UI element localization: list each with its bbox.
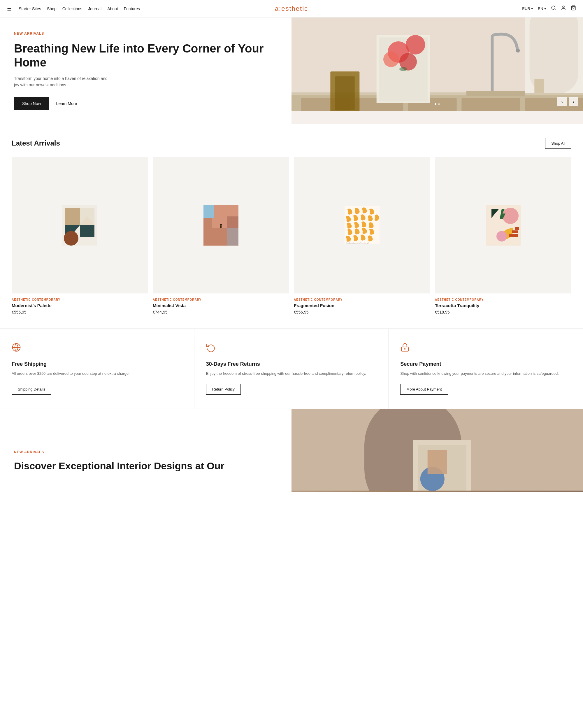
shop-all-button[interactable]: Shop All	[545, 138, 571, 149]
svg-point-57	[405, 348, 406, 349]
next-slide-button[interactable]: ›	[569, 97, 578, 106]
hero-title: Breathing New Life into Every Corner of …	[14, 42, 278, 70]
nav-link-about[interactable]: About	[107, 6, 118, 11]
account-icon[interactable]	[561, 5, 566, 12]
learn-more-link[interactable]: Learn More	[56, 101, 77, 106]
svg-point-23	[406, 35, 425, 55]
product-price-1: €556,95	[12, 310, 148, 314]
shop-now-button[interactable]: Shop Now	[14, 97, 49, 110]
nav-left: ☰ Starter Sites Shop Collections Journal…	[7, 5, 140, 12]
lock-icon	[400, 343, 571, 354]
hero-left: NEW ARRIVALS Breathing New Life into Eve…	[0, 18, 292, 124]
nav-links: Starter Sites Shop Collections Journal A…	[19, 6, 140, 11]
feature-payment-title: Secure Payment	[400, 361, 571, 367]
product-tag-2: AESTHETIC CONTEMPORARY	[153, 298, 289, 301]
nav-link-starter-sites[interactable]: Starter Sites	[19, 6, 41, 11]
search-icon[interactable]	[551, 5, 556, 12]
nav-link-features[interactable]: Features	[124, 6, 140, 11]
svg-rect-29	[534, 79, 544, 93]
svg-rect-51	[512, 230, 518, 233]
svg-rect-19	[466, 91, 525, 96]
section-header: Latest Arrivals Shop All	[12, 138, 571, 149]
hero-desc: Transform your home into a haven of rela…	[14, 75, 113, 88]
dot-2[interactable]	[438, 103, 440, 105]
product-card-3[interactable]: the abstract comfort of your being :) AE…	[294, 157, 430, 314]
svg-rect-31	[65, 208, 80, 225]
svg-point-0	[552, 6, 555, 9]
nav-right: EUR ▾ EN ▾	[522, 5, 576, 12]
currency-selector[interactable]: EUR ▾	[522, 6, 533, 11]
svg-point-18	[516, 49, 520, 52]
latest-arrivals-section: Latest Arrivals Shop All	[0, 124, 583, 329]
more-payment-button[interactable]: More About Payment	[400, 384, 448, 395]
product-name-3: Fragmented Fusion	[294, 303, 430, 308]
product-card-2[interactable]: AESTHETIC CONTEMPORARY Minimalist Vista …	[153, 157, 289, 314]
product-name-1: Modernist's Palette	[12, 303, 148, 308]
product-name-2: Minimalist Vista	[153, 303, 289, 308]
prev-slide-button[interactable]: ‹	[557, 97, 567, 106]
product-price-4: €518,95	[435, 310, 571, 314]
cart-icon[interactable]	[571, 5, 576, 12]
hero2-right	[292, 409, 583, 492]
hero2-tag: NEW ARRIVALS	[14, 450, 278, 454]
svg-rect-52	[515, 227, 519, 230]
hero-tag: NEW ARRIVALS	[14, 31, 278, 35]
svg-rect-40	[203, 205, 214, 218]
products-grid: AESTHETIC CONTEMPORARY Modernist's Palet…	[12, 157, 571, 314]
svg-point-41	[220, 224, 222, 226]
svg-rect-42	[220, 226, 222, 228]
hero-actions: Shop Now Learn More	[14, 97, 278, 110]
hero-arrows: ‹ ›	[557, 97, 578, 106]
feature-shipping-desc: All orders over $250 are delivered to yo…	[12, 371, 183, 377]
svg-rect-63	[427, 450, 447, 474]
hero-dots	[435, 103, 440, 105]
dot-1[interactable]	[435, 103, 436, 105]
hero2-section: NEW ARRIVALS Discover Exceptional Interi…	[0, 409, 583, 492]
svg-rect-50	[509, 234, 518, 237]
hero-right: ‹ ›	[292, 18, 583, 124]
product-image-4	[435, 157, 571, 293]
feature-returns-desc: Enjoy the freedom of stress-free shoppin…	[206, 371, 377, 377]
product-tag-4: AESTHETIC CONTEMPORARY	[435, 298, 571, 301]
feature-payment: Secure Payment Shop with confidence know…	[389, 329, 583, 409]
return-policy-button[interactable]: Return Policy	[206, 384, 241, 395]
feature-shipping: Free Shipping All orders over $250 are d…	[0, 329, 194, 409]
svg-rect-16	[335, 76, 355, 110]
return-icon	[206, 343, 377, 354]
svg-point-35	[64, 231, 78, 245]
feature-returns-title: 30-Days Free Returns	[206, 361, 377, 367]
svg-rect-34	[80, 225, 94, 237]
nav-center: a:esthetic	[275, 5, 308, 12]
latest-arrivals-title: Latest Arrivals	[12, 139, 60, 147]
feature-payment-desc: Shop with confidence knowing your paymen…	[400, 371, 571, 377]
shipping-details-button[interactable]: Shipping Details	[12, 384, 51, 395]
product-tag-1: AESTHETIC CONTEMPORARY	[12, 298, 148, 301]
features-section: Free Shipping All orders over $250 are d…	[0, 329, 583, 409]
nav-link-shop[interactable]: Shop	[47, 6, 57, 11]
globe-icon	[12, 343, 183, 354]
svg-point-25	[383, 52, 399, 67]
product-card-1[interactable]: AESTHETIC CONTEMPORARY Modernist's Palet…	[12, 157, 148, 314]
feature-returns: 30-Days Free Returns Enjoy the freedom o…	[194, 329, 389, 409]
hamburger-menu[interactable]: ☰	[7, 5, 12, 12]
product-card-4[interactable]: AESTHETIC CONTEMPORARY Terracotta Tranqu…	[435, 157, 571, 314]
navbar: ☰ Starter Sites Shop Collections Journal…	[0, 0, 583, 18]
product-image-3: the abstract comfort of your being :)	[294, 157, 430, 293]
product-price-3: €556,95	[294, 310, 430, 314]
hero-image: ‹ ›	[292, 18, 583, 111]
product-price-2: €744,95	[153, 310, 289, 314]
language-selector[interactable]: EN ▾	[538, 6, 546, 11]
hero2-left: NEW ARRIVALS Discover Exceptional Interi…	[0, 409, 292, 492]
feature-shipping-title: Free Shipping	[12, 361, 183, 367]
svg-point-47	[502, 208, 519, 224]
nav-link-collections[interactable]: Collections	[62, 6, 82, 11]
svg-text:the abstract comfort of your b: the abstract comfort of your being :)	[346, 242, 369, 244]
product-image-1	[12, 157, 148, 293]
hero-section: NEW ARRIVALS Breathing New Life into Eve…	[0, 18, 583, 124]
svg-rect-43	[227, 216, 239, 245]
site-logo[interactable]: a:esthetic	[275, 5, 308, 12]
product-name-4: Terracotta Tranquility	[435, 303, 571, 308]
svg-point-1	[563, 6, 564, 7]
product-image-2	[153, 157, 289, 293]
nav-link-journal[interactable]: Journal	[88, 6, 102, 11]
